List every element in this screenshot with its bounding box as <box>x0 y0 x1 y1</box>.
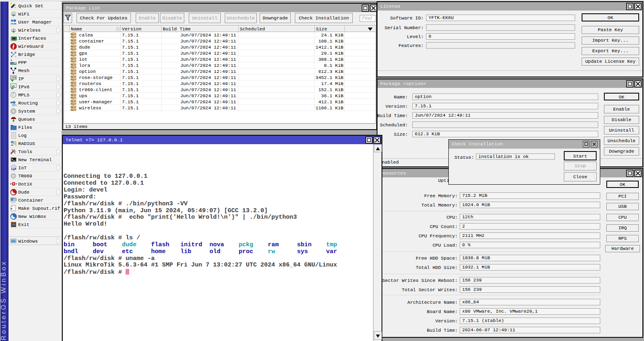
svg-text:255: 255 <box>11 76 16 79</box>
svg-text:v6: v6 <box>11 84 15 88</box>
